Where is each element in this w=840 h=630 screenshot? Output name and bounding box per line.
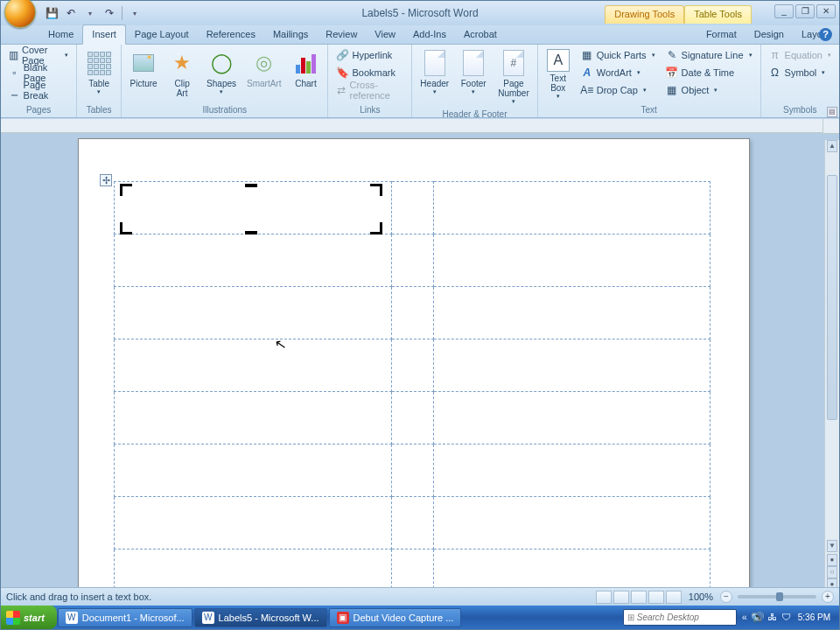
table-row[interactable]	[115, 392, 710, 444]
text-box-icon: A	[547, 49, 570, 72]
table-move-handle[interactable]: ✢	[100, 174, 112, 186]
context-tab-table[interactable]: Table Tools	[684, 5, 752, 24]
zoom-out-button[interactable]: −	[720, 591, 732, 603]
table-row[interactable]	[115, 497, 710, 550]
context-tab-drawing[interactable]: Drawing Tools	[605, 5, 684, 24]
tray-network-icon[interactable]: 🖧	[766, 612, 779, 624]
tray-expand-icon[interactable]: «	[738, 612, 751, 624]
table-row[interactable]	[115, 444, 710, 497]
web-layout-view[interactable]	[631, 591, 647, 604]
drop-cap-button[interactable]: A≡Drop Cap▾	[577, 81, 660, 99]
undo-button[interactable]: ↶	[64, 6, 78, 20]
smartart-icon: ◎	[250, 49, 278, 77]
bookmark-button[interactable]: 🔖Bookmark	[332, 64, 400, 81]
scroll-up-button[interactable]: ▲	[827, 140, 837, 152]
tab-mailings[interactable]: Mailings	[264, 25, 317, 44]
tab-view[interactable]: View	[366, 25, 404, 44]
start-button[interactable]: start	[1, 606, 57, 629]
horizontal-ruler[interactable]	[1, 119, 823, 133]
zoom-level[interactable]: 100%	[689, 592, 713, 602]
chart-button[interactable]: Chart	[287, 46, 324, 91]
taskbar-item[interactable]: ▣Debut Video Capture ...	[329, 608, 462, 627]
scroll-thumb[interactable]	[827, 175, 837, 420]
save-button[interactable]: 💾	[45, 6, 59, 20]
tray-volume-icon[interactable]: 🔊	[752, 612, 765, 624]
tray-shield-icon[interactable]: 🛡	[780, 612, 793, 624]
close-button[interactable]: ✕	[816, 4, 836, 18]
smartart-button[interactable]: ◎SmartArt	[242, 46, 285, 91]
ruler-toggle[interactable]: ▤	[827, 107, 837, 117]
date-time-icon: 📅	[666, 66, 678, 79]
blank-page-button[interactable]: ▫Blank Page	[4, 64, 73, 81]
page-break-button[interactable]: ⎯Page Break	[4, 81, 73, 99]
ribbon: ▥Cover Page▾ ▫Blank Page ⎯Page Break Pag…	[1, 45, 839, 118]
tab-home[interactable]: Home	[39, 25, 82, 44]
tab-insert[interactable]: Insert	[82, 24, 126, 45]
zoom-slider[interactable]	[738, 595, 816, 598]
date-time-button[interactable]: 📅Date & Time	[662, 64, 757, 81]
office-button[interactable]	[4, 0, 36, 28]
chart-icon	[291, 49, 319, 77]
desktop-search[interactable]: ⊞ 🔍	[623, 609, 737, 626]
tab-references[interactable]: References	[198, 25, 264, 44]
quick-parts-button[interactable]: ▦Quick Parts▾	[577, 46, 660, 64]
wordart-button[interactable]: AWordArt▾	[577, 64, 660, 81]
tab-acrobat[interactable]: Acrobat	[455, 25, 506, 44]
full-screen-view[interactable]	[613, 591, 629, 604]
document-area[interactable]: ▤ ▲ ▼ ● ○ ● ✢	[1, 119, 839, 605]
browse-object-button[interactable]: ○	[827, 566, 837, 578]
table-row[interactable]	[115, 182, 710, 234]
clip-art-button[interactable]: ★Clip Art	[164, 46, 200, 101]
vertical-scrollbar[interactable]: ▲ ▼ ● ○ ●	[824, 140, 839, 591]
undo-dropdown[interactable]: ▾	[83, 6, 97, 20]
document-page[interactable]: ✢	[78, 138, 750, 611]
symbol-button[interactable]: ΩSymbol▾	[765, 64, 830, 81]
signature-line-button[interactable]: ✎Signature Line▾	[662, 46, 757, 64]
prev-page-button[interactable]: ●	[827, 554, 837, 566]
minimize-button[interactable]: _	[774, 4, 794, 18]
taskbar-clock[interactable]: 5:36 PM	[794, 612, 834, 622]
group-label-links: Links	[332, 103, 408, 117]
hyperlink-button[interactable]: 🔗Hyperlink	[332, 46, 396, 64]
footer-button[interactable]: Footer▾	[455, 46, 492, 98]
wordart-icon: A	[581, 66, 593, 79]
help-button[interactable]: ?	[819, 28, 832, 41]
maximize-button[interactable]: ❐	[795, 4, 815, 18]
picture-button[interactable]: Picture	[125, 46, 162, 91]
draft-view[interactable]	[666, 591, 682, 604]
label-table[interactable]	[114, 181, 710, 610]
table-button[interactable]: Table▾	[80, 46, 117, 98]
equation-icon: π	[769, 49, 781, 61]
page-number-button[interactable]: #Page Number▾	[494, 46, 534, 108]
object-button[interactable]: ▦Object▾	[662, 81, 757, 99]
symbol-icon: Ω	[769, 66, 781, 79]
header-button[interactable]: Header▾	[416, 46, 453, 98]
status-bar: Click and drag to insert a text box. 100…	[1, 587, 839, 606]
table-row[interactable]	[115, 287, 710, 340]
bookmark-icon: 🔖	[336, 66, 348, 79]
zoom-knob[interactable]	[776, 592, 783, 601]
tab-design[interactable]: Design	[746, 25, 793, 44]
tab-format[interactable]: Format	[697, 25, 746, 44]
search-input[interactable]	[637, 612, 748, 622]
tab-review[interactable]: Review	[317, 25, 366, 44]
cover-page-icon: ▥	[9, 49, 18, 61]
text-box-button[interactable]: AText Box▾	[542, 46, 575, 102]
tab-page-layout[interactable]: Page Layout	[126, 25, 198, 44]
qat-customize[interactable]: ▾	[128, 6, 142, 20]
taskbar-item[interactable]: WLabels5 - Microsoft W...	[194, 608, 327, 627]
app-icon: ▣	[337, 612, 349, 624]
tab-layout[interactable]: Layout	[793, 25, 839, 44]
cover-page-button[interactable]: ▥Cover Page▾	[4, 46, 73, 64]
ribbon-tabs: Home Insert Page Layout References Maili…	[1, 25, 839, 45]
tab-add-ins[interactable]: Add-Ins	[404, 25, 455, 44]
taskbar-item[interactable]: WDocument1 - Microsof...	[58, 608, 192, 627]
table-row[interactable]	[115, 234, 710, 287]
zoom-in-button[interactable]: +	[822, 591, 834, 603]
table-row[interactable]	[115, 340, 710, 392]
redo-button[interactable]: ↷	[102, 6, 116, 20]
scroll-down-button[interactable]: ▼	[827, 540, 837, 552]
shapes-button[interactable]: ◯Shapes▾	[202, 46, 241, 98]
outline-view[interactable]	[648, 591, 664, 604]
print-layout-view[interactable]	[596, 591, 612, 604]
